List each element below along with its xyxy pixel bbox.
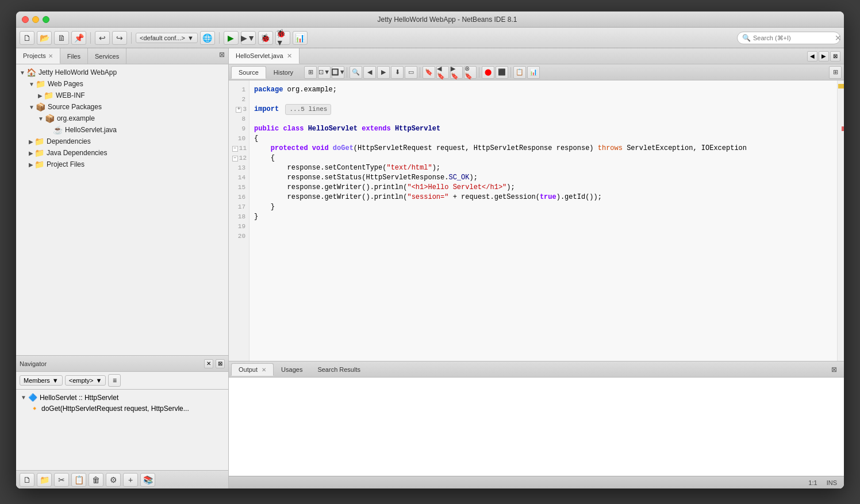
source-toggle-bookmarks-btn[interactable]: ⊞: [304, 66, 317, 79]
delete-btn[interactable]: 🗑: [89, 473, 103, 487]
empty-dropdown-arrow: ▼: [96, 377, 102, 384]
source-stop-btn[interactable]: ⬛: [496, 66, 508, 79]
tree-item-javadeps[interactable]: ▶ 📁 Java Dependencies: [16, 147, 228, 159]
source-find-btn[interactable]: 🔍: [350, 66, 362, 79]
tree-arrow-webinf: ▶: [38, 93, 43, 99]
nav-item-method[interactable]: 🔸 doGet(HttpServletRequest request, Http…: [16, 403, 228, 414]
tab-projects[interactable]: Projects ✕: [16, 48, 60, 64]
undo-button[interactable]: ↩: [95, 31, 110, 45]
source-toggle-btn3[interactable]: 🔲▼: [332, 66, 344, 79]
output-tab-output[interactable]: Output ✕: [231, 363, 274, 376]
source-toggle-rect-btn[interactable]: ▭: [405, 66, 417, 79]
tab-files[interactable]: Files: [60, 48, 88, 64]
properties-btn[interactable]: ⚙: [106, 473, 121, 487]
source-tab-source-label: Source: [239, 69, 259, 76]
tree-item-srcpkgs[interactable]: ▼ 📦 Source Packages: [16, 101, 228, 113]
editor-tab-close[interactable]: ✕: [287, 52, 292, 60]
fold-button-12[interactable]: –: [232, 156, 238, 161]
sidebar-maximize-button[interactable]: ⊠: [216, 48, 228, 64]
output-tab-close[interactable]: ✕: [262, 367, 266, 373]
source-toggle-btn2[interactable]: ⊡▼: [318, 66, 331, 79]
fold-button-3[interactable]: +: [236, 107, 241, 113]
tree-item-projectfiles[interactable]: ▶ 📁 Project Files: [16, 159, 228, 170]
navigator-members-dropdown[interactable]: Members ▼: [20, 375, 63, 386]
source-nav-next-btn[interactable]: ▶: [377, 66, 390, 79]
open-project-button[interactable]: 📂: [37, 31, 52, 45]
run-button[interactable]: ▶: [224, 31, 239, 45]
tab-files-label: Files: [67, 53, 80, 60]
output-maximize-button[interactable]: ⊠: [827, 363, 842, 376]
add-dependency-btn[interactable]: +: [123, 473, 138, 487]
tree-arrow-dependencies: ▶: [29, 138, 33, 145]
source-clear-bookmarks-btn[interactable]: ⊗🔖: [464, 66, 477, 79]
navigator-empty-dropdown[interactable]: <empty> ▼: [65, 375, 106, 386]
source-nav-down-btn[interactable]: ⬇: [391, 66, 404, 79]
tab-nav-prev-button[interactable]: ◀: [807, 51, 817, 61]
profile-button[interactable]: 📊: [293, 31, 308, 45]
editor-tabs: HelloServlet.java ✕ ◀ ▶ ⊠: [229, 48, 844, 64]
debug-button[interactable]: 🐞: [258, 31, 273, 45]
tab-nav-maximize-button[interactable]: ⊠: [830, 51, 840, 61]
java-file-icon: ☕: [53, 125, 63, 134]
tab-projects-close[interactable]: ✕: [48, 53, 53, 59]
tree-arrow-javadeps: ▶: [29, 150, 33, 156]
redo-button[interactable]: ↪: [112, 31, 127, 45]
code-content[interactable]: package org.example; import ...5 lines p…: [249, 80, 837, 361]
open-file-button[interactable]: 🗎: [54, 31, 69, 45]
navigator-controls: ✕ ⊠: [204, 359, 225, 368]
add-folder-btn[interactable]: 📁: [37, 473, 52, 487]
line-num-11: –11: [229, 144, 249, 153]
run-dropdown-button[interactable]: ▶▼: [241, 31, 256, 45]
source-expand-btn[interactable]: ⊞: [829, 66, 842, 79]
source-bookmark-btn[interactable]: 🔖: [423, 66, 435, 79]
favorites-button[interactable]: 📌: [71, 31, 86, 45]
nav-label-class: HelloServlet :: HttpServlet: [40, 394, 118, 402]
fold-button-11[interactable]: –: [232, 146, 238, 152]
navigator-sort-button[interactable]: ≡: [108, 374, 121, 387]
output-content: [229, 378, 844, 476]
tree-item-helloservlet[interactable]: ▶ ☕ HelloServlet.java: [16, 124, 228, 136]
maximize-button[interactable]: [43, 16, 49, 23]
navigator-maximize-button[interactable]: ⊠: [216, 359, 225, 368]
tab-services[interactable]: Services: [88, 48, 126, 64]
source-next-bookmark-btn[interactable]: ▶🔖: [450, 66, 463, 79]
collapsed-import-indicator[interactable]: ...5 lines: [285, 104, 331, 115]
new-project-button[interactable]: 🗋: [20, 31, 34, 45]
code-line-3: import ...5 lines: [254, 105, 832, 114]
tree-item-dependencies[interactable]: ▶ 📁 Dependencies: [16, 136, 228, 147]
source-tab-history[interactable]: History: [266, 66, 301, 79]
search-box[interactable]: 🔍 ✕: [737, 32, 840, 44]
close-button[interactable]: [22, 16, 29, 23]
search-input[interactable]: [753, 34, 832, 41]
status-insert-mode: INS: [827, 479, 837, 486]
tree-item-project[interactable]: ▼ 🏠 Jetty HelloWorld WebApp: [16, 67, 228, 78]
source-debug-btn[interactable]: ⬤: [482, 66, 494, 79]
nav-item-class[interactable]: ▼ 🔷 HelloServlet :: HttpServlet: [16, 392, 228, 403]
tree-item-webinf[interactable]: ▶ 📁 WEB-INF: [16, 90, 228, 101]
tree-item-webpages[interactable]: ▼ 📁 Web Pages: [16, 78, 228, 90]
output-tab-searchresults[interactable]: Search Results: [310, 363, 368, 376]
source-tab-source[interactable]: Source: [231, 66, 266, 79]
code-line-15: response.getWriter().println("<h1>Hello …: [254, 183, 832, 193]
tree-arrow-orgexample: ▼: [38, 116, 44, 122]
search-clear-button[interactable]: ✕: [835, 33, 842, 43]
paste-btn[interactable]: 📋: [71, 473, 86, 487]
debug-dropdown-button[interactable]: 🐞▼: [275, 31, 290, 45]
source-nav-prev-btn[interactable]: ◀: [363, 66, 376, 79]
editor-tab-helloservlet[interactable]: HelloServlet.java ✕: [229, 48, 300, 64]
source-tasks-btn[interactable]: 📋: [513, 66, 526, 79]
tree-item-orgexample[interactable]: ▼ 📦 org.example: [16, 113, 228, 124]
tab-nav-next-button[interactable]: ▶: [819, 51, 829, 61]
output-tab-usages[interactable]: Usages: [274, 363, 310, 376]
minimize-button[interactable]: [32, 16, 39, 23]
source-prev-bookmark-btn[interactable]: ◀🔖: [436, 66, 449, 79]
source-graph-btn[interactable]: 📊: [527, 66, 540, 79]
cut-btn[interactable]: ✂: [54, 473, 69, 487]
navigator-close-button[interactable]: ✕: [204, 359, 213, 368]
config-dropdown[interactable]: <default conf...> ▼: [136, 33, 198, 43]
globe-button[interactable]: 🌐: [200, 31, 215, 45]
source-tb-right: ⊞: [829, 66, 842, 79]
add-library-btn[interactable]: 📚: [140, 473, 155, 487]
sidebar: Projects ✕ Files Services ⊠ ▼ 🏠 Jet: [16, 48, 229, 488]
new-file-bottom-btn[interactable]: 🗋: [20, 473, 34, 487]
